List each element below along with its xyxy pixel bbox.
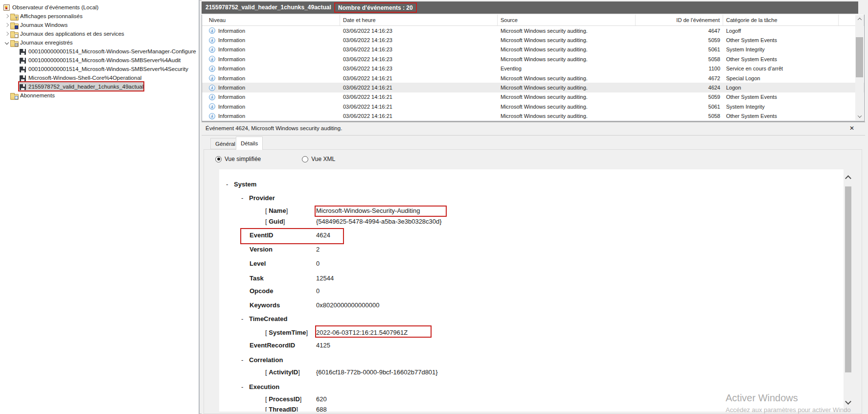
event-row[interactable]: iInformation 03/06/2022 14:16:23 Microso…: [202, 54, 864, 64]
event-row[interactable]: iInformation 03/06/2022 14:16:23 Microso…: [202, 35, 864, 45]
radio-xml-view[interactable]: [302, 156, 308, 162]
column-header-date[interactable]: Date et heure: [340, 15, 498, 25]
detail-row-level: Level0: [219, 259, 839, 268]
annotation-box-provider-name: [315, 206, 447, 217]
detail-row-timecreated[interactable]: -TimeCreated: [219, 315, 839, 323]
column-header-category[interactable]: Catégorie de la tâche: [723, 15, 839, 25]
tree-item-saved-logs[interactable]: Journaux enregistrés: [0, 38, 199, 47]
saved-log-icon: [20, 58, 26, 64]
detail-row-system[interactable]: -System: [219, 180, 839, 189]
tree-item-label: Journaux des applications et des service…: [20, 31, 124, 37]
detail-row-eventrecordid: EventRecordID4125: [219, 341, 839, 350]
tree-item-label: 0001000000001514_Microsoft-Windows-SMBSe…: [28, 66, 188, 72]
column-header-eventid[interactable]: ID de l’événement: [636, 15, 723, 25]
saved-log-icon: [20, 49, 26, 55]
chevron-right-icon[interactable]: [3, 23, 10, 26]
tree-item-label: Microsoft-Windows-Shell-Core%4Operationa…: [28, 75, 141, 81]
information-icon: i: [209, 103, 215, 110]
log-name: 2155978752_valid_header_1chunks_49actual: [206, 1, 331, 14]
annotation-box-systemtime: [315, 325, 432, 338]
tree-item-label: 0001000000001514_Microsoft-Windows-SMBSe…: [28, 57, 181, 63]
chevron-down-icon[interactable]: [3, 41, 10, 44]
console-tree: Observateur d’événements (Local) Afficha…: [0, 3, 199, 100]
tree-item-windows-logs[interactable]: Journaux Windows: [0, 21, 199, 29]
column-header-source[interactable]: Source: [498, 15, 636, 25]
main-panel: 2155978752_valid_header_1chunks_49actual…: [202, 0, 868, 414]
scroll-thumb[interactable]: [856, 37, 863, 77]
event-row[interactable]: iInformation 03/06/2022 14:16:21 Microso…: [202, 112, 864, 121]
saved-log-icon: [20, 75, 26, 81]
tree-item-app-services-logs[interactable]: Journaux des applications et des service…: [0, 29, 199, 38]
tree-item-saved-log-smbaudit[interactable]: 0001000000001514_Microsoft-Windows-SMBSe…: [0, 56, 199, 65]
log-title-bar: 2155978752_valid_header_1chunks_49actual…: [202, 1, 858, 14]
tree-item-saved-log-shellcore[interactable]: Microsoft-Windows-Shell-Core%4Operationa…: [0, 73, 199, 82]
tree-item-saved-log-servermanager[interactable]: 0001000000001514_Microsoft-Windows-Serve…: [0, 47, 199, 56]
information-icon: i: [209, 27, 215, 34]
tree-item-subscriptions[interactable]: Abonnements: [0, 91, 199, 100]
detail-row-guid: [ Guid]{54849625-5478-4994-a5ba-3e3b0328…: [219, 217, 839, 226]
event-count: Nombre d’événements : 20: [338, 4, 413, 11]
tree-item-label: Affichages personnalisés: [20, 13, 83, 19]
details-header: Événement 4624, Microsoft Windows securi…: [202, 122, 865, 136]
folder-doc-icon: [10, 31, 18, 37]
information-icon: i: [209, 85, 215, 91]
folder-filter-icon: [10, 13, 18, 20]
tree-root-event-viewer[interactable]: Observateur d’événements (Local): [0, 3, 199, 12]
console-tree-panel: Observateur d’événements (Local) Afficha…: [0, 0, 200, 414]
scroll-down-icon[interactable]: [845, 398, 851, 405]
tree-item-label: Abonnements: [20, 92, 55, 98]
tree-item-saved-log-smbsecurity[interactable]: 0001000000001514_Microsoft-Windows-SMBSe…: [0, 65, 199, 73]
details-scrollbar[interactable]: [845, 169, 852, 412]
folder-subscriptions-icon: [10, 92, 18, 99]
events-scrollbar[interactable]: [855, 15, 864, 120]
chevron-right-icon[interactable]: [3, 32, 10, 35]
information-icon: i: [209, 94, 215, 100]
scroll-up-button[interactable]: [855, 15, 864, 23]
event-row-selected[interactable]: iInformation 03/06/2022 14:16:21 Microso…: [202, 83, 864, 92]
events-table-header: Niveau Date et heure Source ID de l’évén…: [202, 15, 864, 26]
event-row[interactable]: iInformation 03/06/2022 14:16:21 Microso…: [202, 102, 864, 111]
event-row[interactable]: iInformation 03/06/2022 14:16:21 Microso…: [202, 73, 864, 83]
chevron-right-icon[interactable]: [3, 15, 10, 18]
event-row[interactable]: iInformation 03/06/2022 14:16:23 Microso…: [202, 26, 864, 35]
tree-item-saved-log-selected[interactable]: 2155978752_valid_header_1chunks_49actual: [0, 82, 199, 91]
folder-log-icon: [10, 40, 18, 46]
information-icon: i: [209, 46, 215, 53]
information-icon: i: [209, 56, 215, 62]
detail-row-opcode: Opcode0: [219, 287, 839, 296]
tab-details[interactable]: Détails: [236, 137, 263, 150]
radio-friendly-view[interactable]: [215, 156, 222, 162]
event-viewer-icon: [3, 4, 10, 11]
detail-row-task: Task12544: [219, 274, 839, 283]
event-row[interactable]: iInformation 03/06/2022 14:16:23 Eventlo…: [202, 64, 864, 73]
detail-row-version: Version2: [219, 245, 839, 254]
scroll-thumb[interactable]: [845, 186, 851, 372]
folder-screen-icon: [10, 22, 18, 28]
event-row[interactable]: iInformation 03/06/2022 14:16:23 Microso…: [202, 45, 864, 54]
detail-row-correlation[interactable]: -Correlation: [219, 356, 839, 365]
tree-item-label: Journaux enregistrés: [20, 40, 72, 46]
tree-item-label: 0001000000001514_Microsoft-Windows-Serve…: [28, 48, 196, 54]
annotation-box-eventid: [240, 228, 344, 244]
tree-item-label: Journaux Windows: [20, 22, 68, 28]
close-icon[interactable]: ✕: [849, 125, 854, 132]
tree-item-label: Observateur d’événements (Local): [12, 4, 98, 10]
detail-row-threadid: [ ThreadID]688: [219, 405, 839, 412]
tree-item-custom-views[interactable]: Affichages personnalisés: [0, 12, 199, 21]
saved-log-icon: [20, 67, 26, 72]
scroll-up-icon[interactable]: [845, 175, 851, 182]
detail-row-systemtime: [ SystemTime]2022-06-03T12:16:21.5407961…: [219, 328, 839, 337]
column-header-level[interactable]: Niveau: [202, 15, 340, 25]
information-icon: i: [209, 75, 215, 81]
events-table: Niveau Date et heure Source ID de l’évén…: [202, 15, 865, 121]
event-viewer-window: Observateur d’événements (Local) Afficha…: [0, 0, 868, 414]
detail-row-processid: [ ProcessID]620: [219, 395, 839, 404]
radio-friendly-view-label: Vue simplifiée: [225, 156, 261, 162]
radio-xml-view-label: Vue XML: [311, 156, 335, 162]
scroll-down-button[interactable]: [855, 113, 864, 120]
event-row[interactable]: iInformation 03/06/2022 14:16:21 Microso…: [202, 92, 864, 102]
detail-row-provider[interactable]: -Provider: [219, 194, 839, 203]
details-title: Événement 4624, Microsoft Windows securi…: [206, 125, 342, 131]
detail-row-execution[interactable]: -Execution: [219, 383, 839, 391]
event-details-pane: Événement 4624, Microsoft Windows securi…: [202, 121, 865, 414]
